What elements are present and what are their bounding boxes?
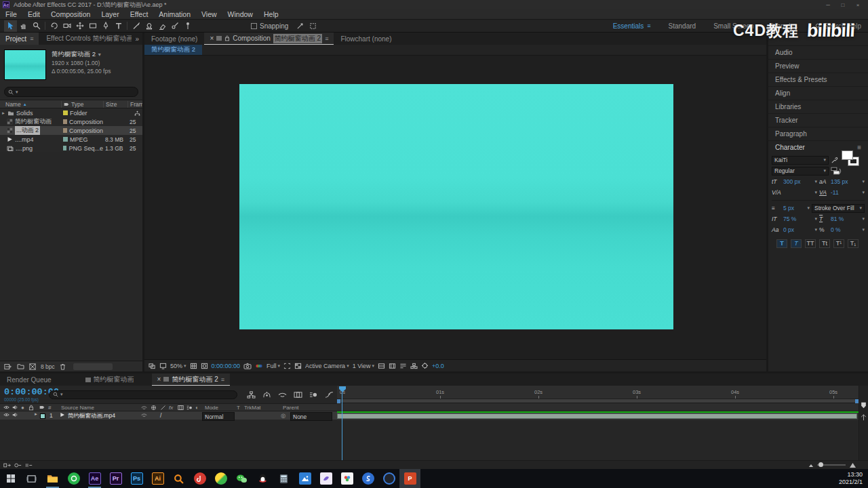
comp-thumbnail[interactable]: [4, 49, 46, 80]
column-name-label[interactable]: Name: [5, 101, 21, 108]
layer-parent-dropdown[interactable]: None ▾: [290, 412, 332, 421]
layer-blend-mode-dropdown[interactable]: Normal ▾: [202, 412, 235, 421]
kerning-field[interactable]: V/A ▾: [772, 189, 817, 196]
brush-tool-icon[interactable]: [130, 20, 142, 32]
panel-effects-presets[interactable]: Effects & Presets: [768, 73, 868, 87]
mode-column[interactable]: Mode: [205, 405, 218, 411]
purple-app-icon[interactable]: [315, 469, 336, 488]
eyedropper-icon[interactable]: [831, 157, 838, 164]
font-size-field[interactable]: tT 300 px ▾: [772, 178, 817, 185]
panel-tracker[interactable]: Tracker: [768, 114, 868, 127]
baseline-shift-field[interactable]: Aa 0 px ▾: [772, 226, 817, 233]
stroke-width-field[interactable]: ≡ 5 px ▾: [772, 205, 810, 211]
tracking-value[interactable]: -11: [831, 189, 861, 196]
all-caps-toggle[interactable]: TT: [805, 239, 816, 248]
tab-render-queue[interactable]: Render Queue: [0, 373, 58, 386]
tab-project[interactable]: Project ≡: [0, 33, 39, 45]
tsume-value[interactable]: 0 %: [831, 226, 861, 233]
expand-in-out-icon[interactable]: [25, 462, 33, 468]
lock-icon[interactable]: [224, 35, 230, 41]
draft-3d-icon[interactable]: [262, 391, 271, 399]
project-search-input[interactable]: ▾: [4, 87, 138, 97]
frame-blending-icon[interactable]: [294, 391, 302, 399]
photos-app-icon[interactable]: [294, 469, 315, 488]
layer-video-toggle[interactable]: [3, 412, 9, 418]
faux-bold-toggle[interactable]: T: [776, 239, 787, 248]
camera-tool-icon[interactable]: [60, 20, 73, 32]
menu-animation[interactable]: Animation: [153, 10, 196, 18]
project-row-solids[interactable]: ► Solids Folder: [0, 108, 142, 117]
faux-italic-toggle[interactable]: T: [791, 239, 802, 248]
taskbar-clock[interactable]: 13:30 2021/2/1: [839, 471, 863, 487]
panel-menu-icon[interactable]: ≡: [30, 35, 33, 42]
always-preview-icon[interactable]: [149, 363, 156, 369]
menu-layer[interactable]: Layer: [96, 10, 124, 18]
footage-label-chip[interactable]: [63, 146, 66, 150]
panel-align[interactable]: Align: [768, 87, 868, 100]
media-app-icon[interactable]: [336, 469, 357, 488]
chevron-down-icon[interactable]: ▾: [862, 190, 865, 195]
snapping-control[interactable]: Snapping: [251, 22, 288, 30]
composition-image[interactable]: [239, 84, 673, 329]
zoom-in-mountain-icon[interactable]: [849, 462, 856, 468]
font-style-dropdown[interactable]: Regular ▾: [772, 167, 829, 176]
layer-row-1[interactable]: ► 1 简约橱窗动画.mp4 / Normal ▾ ◎ None ▾: [0, 411, 337, 420]
comp-marker-icon[interactable]: [861, 402, 867, 409]
layer-source-name[interactable]: 简约橱窗动画.mp4: [68, 412, 115, 420]
minimize-button[interactable]: ─: [821, 2, 835, 8]
s-app-icon[interactable]: [357, 469, 378, 488]
tab-close-icon[interactable]: ×: [157, 375, 161, 383]
viewer-canvas[interactable]: [144, 56, 766, 359]
qq-icon[interactable]: [252, 469, 273, 488]
parent-pickwhip-icon[interactable]: ◎: [281, 412, 285, 419]
chevron-down-icon[interactable]: ▾: [814, 190, 817, 195]
resolution-dropdown[interactable]: Full ▾: [267, 363, 280, 369]
graph-editor-icon[interactable]: [325, 391, 334, 399]
leading-value[interactable]: 135 px: [831, 178, 861, 185]
comp-subtab[interactable]: 简约橱窗动画 2: [144, 45, 202, 55]
start-button[interactable]: [0, 469, 21, 488]
workspace-small-screen[interactable]: Small Screen: [713, 22, 753, 30]
close-button[interactable]: ×: [850, 2, 865, 8]
share-view-icon[interactable]: [378, 363, 385, 369]
camera-dropdown[interactable]: Active Camera ▾: [305, 363, 349, 369]
project-row-comp2-selected[interactable]: ...动画 2 Composition 25: [0, 126, 142, 135]
leading-field[interactable]: aA 135 px ▾: [819, 178, 865, 185]
workspace-standard[interactable]: Standard: [669, 22, 696, 30]
playhead[interactable]: [338, 386, 347, 460]
comp-mini-flowchart-icon[interactable]: [247, 391, 256, 399]
search-options-icon[interactable]: ▾: [60, 392, 63, 397]
shape-tool-icon[interactable]: [86, 20, 99, 32]
footage-label-chip[interactable]: [63, 137, 68, 142]
new-composition-icon[interactable]: [29, 363, 36, 370]
chevron-down-icon[interactable]: ▾: [862, 179, 865, 184]
menu-edit[interactable]: Edit: [22, 10, 45, 18]
green-browser-icon[interactable]: [63, 469, 84, 488]
pan-behind-tool-icon[interactable]: [73, 20, 86, 32]
fast-previews-icon[interactable]: [421, 362, 429, 369]
viewer-timecode[interactable]: 0:00:00:00: [212, 363, 241, 369]
zoom-out-mountain-icon[interactable]: [808, 463, 814, 468]
tracking-field[interactable]: VA -11 ▾: [819, 189, 865, 196]
pixel-aspect-icon[interactable]: [389, 363, 396, 369]
tab-footage[interactable]: Footage (none): [144, 33, 204, 45]
eraser-tool-icon[interactable]: [155, 20, 168, 32]
fill-color-swatch[interactable]: [842, 150, 853, 160]
search-options-icon[interactable]: ▾: [16, 89, 18, 95]
tab-effect-controls[interactable]: Effect Controls 简约橱窗动画: [39, 33, 132, 45]
panel-menu-icon[interactable]: ≡: [325, 35, 328, 42]
file-explorer-icon[interactable]: [42, 469, 63, 488]
project-row-comp1[interactable]: 简约橱窗动画 Composition 25: [0, 117, 142, 126]
exposure-value[interactable]: +0.0: [432, 363, 444, 369]
calculator-icon[interactable]: [273, 469, 294, 488]
snapshot-camera-icon[interactable]: [243, 363, 252, 369]
zoom-slider-knob[interactable]: [818, 462, 823, 467]
source-name-column[interactable]: Source Name: [61, 405, 94, 411]
view-layout-dropdown[interactable]: 1 View ▾: [353, 363, 374, 369]
panel-menu-icon[interactable]: ≡: [857, 144, 861, 151]
expander-icon[interactable]: ►: [1, 111, 5, 115]
comp-button-icon[interactable]: [861, 414, 867, 421]
chevron-down-icon[interactable]: ▾: [814, 179, 817, 184]
chevron-down-icon[interactable]: ▾: [814, 227, 817, 232]
motion-blur-icon[interactable]: [309, 391, 318, 399]
